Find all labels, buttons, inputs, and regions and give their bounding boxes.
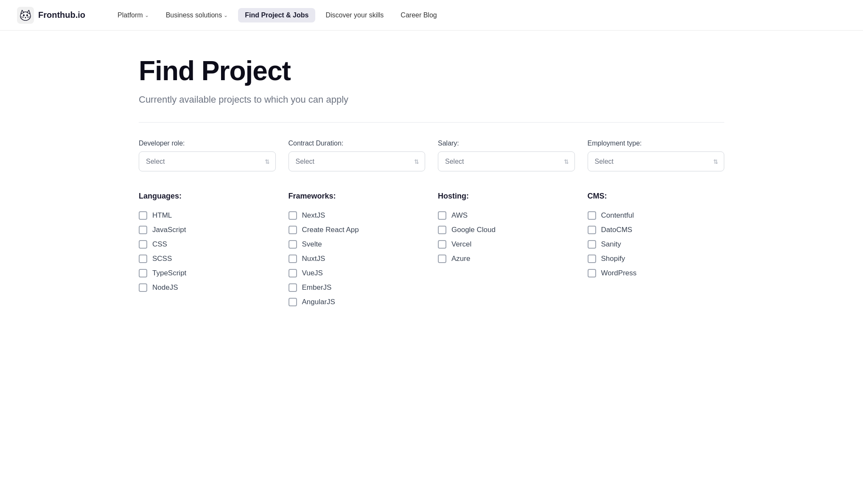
checkbox-javascript[interactable]: JavaScript xyxy=(139,223,276,237)
checkbox-nuxtjs[interactable]: NuxtJS xyxy=(289,252,426,266)
datocms-checkbox[interactable] xyxy=(588,226,596,234)
vercel-label: Vercel xyxy=(451,240,471,249)
cms-group: CMS: Contentful DatoCMS Sanity Shopify W… xyxy=(588,192,725,309)
nav-link-discover[interactable]: Discover your skills xyxy=(319,8,390,22)
checkbox-html[interactable]: HTML xyxy=(139,208,276,223)
svg-point-4 xyxy=(23,14,25,16)
wordpress-checkbox[interactable] xyxy=(588,269,596,277)
page-subtitle: Currently available projects to which yo… xyxy=(139,94,724,105)
html-checkbox[interactable] xyxy=(139,211,147,220)
nav-links: Platform ⌄ Business solutions ⌄ Find Pro… xyxy=(111,8,846,22)
typescript-label: TypeScript xyxy=(152,269,186,277)
contentful-checkbox[interactable] xyxy=(588,211,596,220)
nav-link-business[interactable]: Business solutions ⌄ xyxy=(159,8,235,22)
svg-point-6 xyxy=(25,17,26,18)
checkbox-contentful[interactable]: Contentful xyxy=(588,208,725,223)
chevron-down-icon: ⌄ xyxy=(224,12,228,18)
developer-role-select-wrapper: Select ⇅ xyxy=(139,151,276,171)
chevron-down-icon: ⌄ xyxy=(145,12,149,18)
svg-point-5 xyxy=(26,14,28,16)
sanity-checkbox[interactable] xyxy=(588,240,596,249)
salary-select-wrapper: Select ⇅ xyxy=(438,151,575,171)
developer-role-select[interactable]: Select xyxy=(139,151,276,171)
azure-checkbox[interactable] xyxy=(438,255,446,263)
checkbox-create-react-app[interactable]: Create React App xyxy=(289,223,426,237)
checkbox-scss[interactable]: SCSS xyxy=(139,252,276,266)
checkbox-aws[interactable]: AWS xyxy=(438,208,575,223)
google-cloud-checkbox[interactable] xyxy=(438,226,446,234)
checkbox-vercel[interactable]: Vercel xyxy=(438,237,575,252)
checkbox-datocms[interactable]: DatoCMS xyxy=(588,223,725,237)
checkbox-shopify[interactable]: Shopify xyxy=(588,252,725,266)
checkbox-azure[interactable]: Azure xyxy=(438,252,575,266)
nextjs-checkbox[interactable] xyxy=(289,211,297,220)
sanity-label: Sanity xyxy=(601,240,621,249)
checkbox-css[interactable]: CSS xyxy=(139,237,276,252)
nav-link-platform[interactable]: Platform ⌄ xyxy=(111,8,156,22)
checkbox-google-cloud[interactable]: Google Cloud xyxy=(438,223,575,237)
create-react-app-label: Create React App xyxy=(302,226,359,234)
svelte-checkbox[interactable] xyxy=(289,240,297,249)
vuejs-checkbox[interactable] xyxy=(289,269,297,277)
employment-type-select[interactable]: Select xyxy=(588,151,725,171)
angularjs-checkbox[interactable] xyxy=(289,298,297,306)
section-divider xyxy=(139,122,724,123)
create-react-app-checkbox[interactable] xyxy=(289,226,297,234)
shopify-checkbox[interactable] xyxy=(588,255,596,263)
css-label: CSS xyxy=(152,240,167,249)
checkbox-angularjs[interactable]: AngularJS xyxy=(289,295,426,309)
employment-type-select-wrapper: Select ⇅ xyxy=(588,151,725,171)
scss-label: SCSS xyxy=(152,255,172,263)
nav-link-find[interactable]: Find Project & Jobs xyxy=(238,8,315,22)
google-cloud-label: Google Cloud xyxy=(451,226,496,234)
languages-label: Languages: xyxy=(139,192,276,201)
datocms-label: DatoCMS xyxy=(601,226,633,234)
nuxtjs-checkbox[interactable] xyxy=(289,255,297,263)
svg-line-8 xyxy=(20,17,24,18)
contract-duration-select-wrapper: Select ⇅ xyxy=(289,151,426,171)
aws-label: AWS xyxy=(451,211,468,220)
salary-select[interactable]: Select xyxy=(438,151,575,171)
aws-checkbox[interactable] xyxy=(438,211,446,220)
nodejs-checkbox[interactable] xyxy=(139,283,147,292)
emberjs-label: EmberJS xyxy=(302,283,332,292)
typescript-checkbox[interactable] xyxy=(139,269,147,277)
checkbox-vuejs[interactable]: VueJS xyxy=(289,266,426,280)
nav-link-blog[interactable]: Career Blog xyxy=(394,8,443,22)
checkbox-svelte[interactable]: Svelte xyxy=(289,237,426,252)
checkbox-wordpress[interactable]: WordPress xyxy=(588,266,725,280)
cms-label: CMS: xyxy=(588,192,725,201)
wordpress-label: WordPress xyxy=(601,269,637,277)
scss-checkbox[interactable] xyxy=(139,255,147,263)
javascript-label: JavaScript xyxy=(152,226,186,234)
javascript-checkbox[interactable] xyxy=(139,226,147,234)
shopify-label: Shopify xyxy=(601,255,625,263)
page-title: Find Project xyxy=(139,56,724,86)
nuxtjs-label: NuxtJS xyxy=(302,255,325,263)
hosting-group: Hosting: AWS Google Cloud Vercel Azure xyxy=(438,192,575,309)
nextjs-label: NextJS xyxy=(302,211,325,220)
logo-link[interactable]: Fronthub.io xyxy=(17,7,85,24)
azure-label: Azure xyxy=(451,255,470,263)
salary-filter: Salary: Select ⇅ xyxy=(438,140,575,171)
css-checkbox[interactable] xyxy=(139,240,147,249)
contract-duration-filter: Contract Duration: Select ⇅ xyxy=(289,140,426,171)
employment-type-filter: Employment type: Select ⇅ xyxy=(588,140,725,171)
vercel-checkbox[interactable] xyxy=(438,240,446,249)
logo-icon xyxy=(17,7,34,24)
checkbox-sanity[interactable]: Sanity xyxy=(588,237,725,252)
contentful-label: Contentful xyxy=(601,211,634,220)
angularjs-label: AngularJS xyxy=(302,298,335,306)
contract-duration-select[interactable]: Select xyxy=(289,151,426,171)
checkbox-typescript[interactable]: TypeScript xyxy=(139,266,276,280)
developer-role-filter: Developer role: Select ⇅ xyxy=(139,140,276,171)
developer-role-label: Developer role: xyxy=(139,140,276,147)
checkbox-nodejs[interactable]: NodeJS xyxy=(139,280,276,295)
checkbox-emberjs[interactable]: EmberJS xyxy=(289,280,426,295)
frameworks-label: Frameworks: xyxy=(289,192,426,201)
checkbox-nextjs[interactable]: NextJS xyxy=(289,208,426,223)
svg-line-10 xyxy=(27,17,31,18)
logo-text: Fronthub.io xyxy=(38,10,85,20)
employment-type-label: Employment type: xyxy=(588,140,725,147)
emberjs-checkbox[interactable] xyxy=(289,283,297,292)
